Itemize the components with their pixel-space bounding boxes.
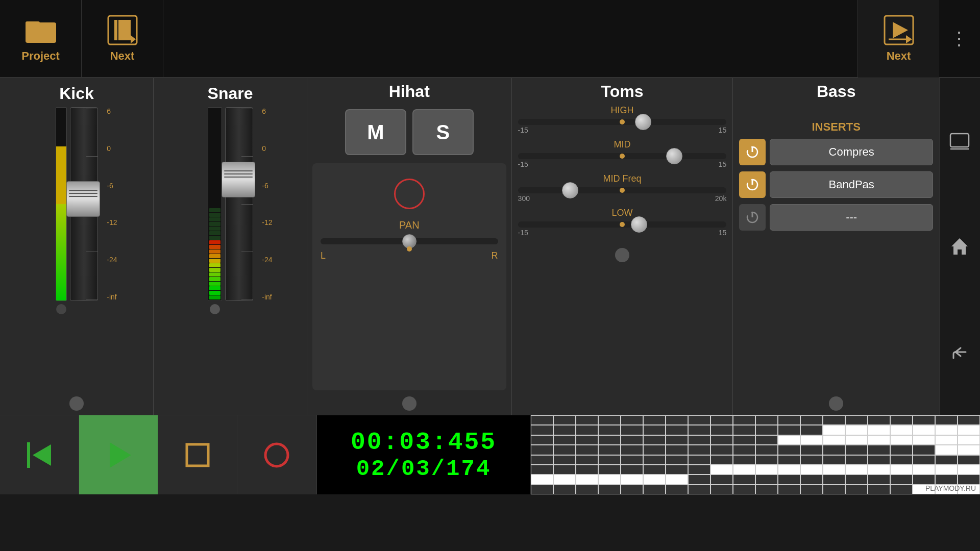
pattern-cell[interactable] xyxy=(666,445,688,455)
pattern-cell[interactable] xyxy=(621,415,643,425)
next-right-button[interactable]: Next xyxy=(857,0,939,78)
pattern-cell[interactable] xyxy=(800,415,823,425)
pattern-cell[interactable] xyxy=(688,455,710,465)
pattern-cell[interactable] xyxy=(688,445,710,455)
pan-knob[interactable] xyxy=(394,179,425,209)
pattern-cell[interactable] xyxy=(935,465,958,474)
insert-1-power[interactable] xyxy=(739,139,766,165)
toms-mid-thumb[interactable] xyxy=(666,148,682,164)
pattern-cell[interactable] xyxy=(868,455,890,465)
pattern-cell[interactable] xyxy=(710,415,733,425)
pattern-cell[interactable] xyxy=(666,435,688,445)
pattern-cell[interactable] xyxy=(643,465,666,474)
pattern-cell[interactable] xyxy=(778,415,800,425)
pattern-cell[interactable] xyxy=(666,465,688,474)
pattern-cell[interactable] xyxy=(688,425,710,435)
pattern-cell[interactable] xyxy=(890,445,913,455)
pattern-cell[interactable] xyxy=(823,474,845,484)
pattern-cell[interactable] xyxy=(913,474,935,484)
pattern-cell[interactable] xyxy=(868,485,890,494)
pattern-cell[interactable] xyxy=(845,474,868,484)
pattern-cell[interactable] xyxy=(868,415,890,425)
pattern-cell[interactable] xyxy=(778,455,800,465)
pattern-cell[interactable] xyxy=(823,435,845,445)
back-icon[interactable] xyxy=(947,339,972,365)
pattern-cell[interactable] xyxy=(890,415,913,425)
pattern-cell[interactable] xyxy=(531,485,553,494)
pattern-cell[interactable] xyxy=(576,415,598,425)
insert-3-power[interactable] xyxy=(739,204,766,231)
insert-2-name[interactable]: BandPas xyxy=(770,171,933,198)
insert-3-name[interactable]: --- xyxy=(770,204,933,231)
pattern-cell[interactable] xyxy=(733,435,755,445)
pattern-cell[interactable] xyxy=(868,435,890,445)
pattern-cell[interactable] xyxy=(710,474,733,484)
pattern-cell[interactable] xyxy=(800,474,823,484)
pattern-cell[interactable] xyxy=(733,465,755,474)
pattern-cell[interactable] xyxy=(755,415,778,425)
toms-low-thumb[interactable] xyxy=(631,216,647,233)
pattern-cell[interactable] xyxy=(643,445,666,455)
pattern-cell[interactable] xyxy=(576,435,598,445)
insert-2-power[interactable] xyxy=(739,171,766,198)
mute-button[interactable]: M xyxy=(345,109,406,155)
pattern-cell[interactable] xyxy=(868,445,890,455)
menu-button[interactable]: ⋮ xyxy=(939,0,980,78)
pattern-cell[interactable] xyxy=(576,465,598,474)
pattern-cell[interactable] xyxy=(598,445,621,455)
pattern-cell[interactable] xyxy=(800,445,823,455)
play-button[interactable] xyxy=(79,415,158,494)
pattern-cell[interactable] xyxy=(890,455,913,465)
pattern-cell[interactable] xyxy=(621,474,643,484)
pattern-cell[interactable] xyxy=(553,415,576,425)
pattern-cell[interactable] xyxy=(621,485,643,494)
pattern-cell[interactable] xyxy=(666,455,688,465)
pattern-cell[interactable] xyxy=(553,435,576,445)
pattern-cell[interactable] xyxy=(778,425,800,435)
toms-high-thumb[interactable] xyxy=(635,114,651,130)
pattern-cell[interactable] xyxy=(598,465,621,474)
pattern-cell[interactable] xyxy=(643,415,666,425)
pattern-cell[interactable] xyxy=(823,485,845,494)
pattern-cell[interactable] xyxy=(890,465,913,474)
pattern-cell[interactable] xyxy=(800,485,823,494)
pattern-cell[interactable] xyxy=(755,485,778,494)
pattern-cell[interactable] xyxy=(935,425,958,435)
pattern-display[interactable]: PLAYMODY.RU xyxy=(531,415,980,494)
pattern-cell[interactable] xyxy=(733,425,755,435)
pattern-cell[interactable] xyxy=(553,474,576,484)
pattern-cell[interactable] xyxy=(553,485,576,494)
pattern-cell[interactable] xyxy=(733,485,755,494)
pattern-cell[interactable] xyxy=(598,425,621,435)
pattern-cell[interactable] xyxy=(710,465,733,474)
snare-fader[interactable]: 60-6-12-24-inf xyxy=(225,107,253,301)
pattern-cell[interactable] xyxy=(688,474,710,484)
pattern-cell[interactable] xyxy=(598,415,621,425)
solo-button[interactable]: S xyxy=(412,109,474,155)
insert-1-name[interactable]: Compres xyxy=(770,139,933,165)
pattern-cell[interactable] xyxy=(845,435,868,445)
pattern-cell[interactable] xyxy=(666,485,688,494)
pattern-cell[interactable] xyxy=(868,465,890,474)
pattern-cell[interactable] xyxy=(531,445,553,455)
pattern-cell[interactable] xyxy=(935,474,958,484)
pattern-cell[interactable] xyxy=(913,415,935,425)
pattern-cell[interactable] xyxy=(666,474,688,484)
pattern-cell[interactable] xyxy=(823,425,845,435)
pattern-cell[interactable] xyxy=(913,465,935,474)
pattern-cell[interactable] xyxy=(958,445,980,455)
pattern-cell[interactable] xyxy=(890,425,913,435)
pattern-cell[interactable] xyxy=(913,445,935,455)
pattern-cell[interactable] xyxy=(778,435,800,445)
pattern-cell[interactable] xyxy=(576,474,598,484)
pattern-cell[interactable] xyxy=(935,455,958,465)
pattern-cell[interactable] xyxy=(553,455,576,465)
pattern-cell[interactable] xyxy=(710,485,733,494)
pattern-cell[interactable] xyxy=(733,445,755,455)
pattern-cell[interactable] xyxy=(868,474,890,484)
pattern-cell[interactable] xyxy=(890,435,913,445)
pattern-cell[interactable] xyxy=(643,485,666,494)
pattern-cell[interactable] xyxy=(755,465,778,474)
pattern-cell[interactable] xyxy=(531,425,553,435)
pattern-cell[interactable] xyxy=(935,445,958,455)
